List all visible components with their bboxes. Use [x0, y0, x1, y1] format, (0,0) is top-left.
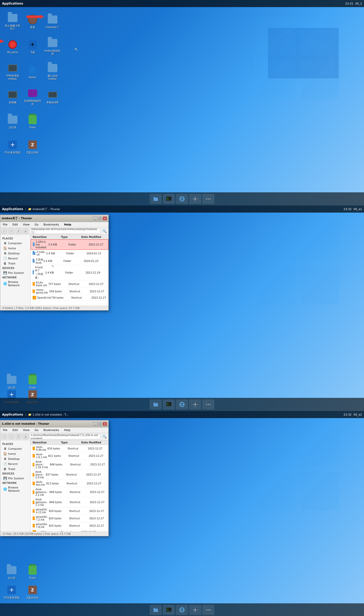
menu-bookmarks-2[interactable]: Bookmarks [42, 428, 60, 432]
up-btn-1[interactable]: ↑ [15, 228, 21, 234]
icon-chahu[interactable]: 茶壶 [23, 10, 42, 33]
search-btn-2[interactable]: 🔍 [101, 434, 107, 439]
icon-z-drive[interactable]: Z Z盘文件夹 [23, 135, 42, 158]
location-bar-1[interactable]: /data/data/com.termux/files/home/Desktop… [30, 228, 100, 234]
up-btn-2[interactable]: ↑ [15, 434, 21, 439]
sidebar-computer-2[interactable]: 🖥 Computer [0, 446, 30, 451]
taskbar-btn-extra-2[interactable] [202, 399, 214, 409]
home-btn-2[interactable]: ⌂ [22, 434, 29, 439]
taskbar-btn-extra-3[interactable] [202, 605, 214, 615]
file-row-wined3d-78[interactable]: ↗wined3d-7.8.lnk 824 bytesShortcut2023-1… [31, 522, 108, 529]
icon-z-drive-3[interactable]: Z Z盘文件夹 [23, 581, 42, 603]
file-row-dxvk-async-103[interactable]: ↗dxvk-async-1.10.3.lnk 848 bytesShortcut… [31, 460, 108, 470]
menu-file-2[interactable]: File [1, 428, 9, 432]
menu-help-2[interactable]: Help [63, 428, 72, 432]
taskbar-btn-files-3[interactable] [150, 605, 162, 615]
menu-view-1[interactable]: View [21, 222, 31, 227]
back-btn-2[interactable]: ‹ [1, 434, 7, 439]
taskbar-btn-web-2[interactable] [176, 399, 188, 409]
icon-feiji[interactable]: ✈ 飞机 [23, 35, 42, 58]
forward-btn-2[interactable]: › [8, 434, 14, 439]
file-row-dxvk-gpl22[interactable]: ↗dxvk-gplasync-2.2.lnk 848 bytesShortcut… [31, 487, 108, 497]
home-btn-1[interactable]: ⌂ [22, 228, 29, 234]
sidebar-computer-label-1: Computer [8, 242, 22, 245]
icon-this-pc[interactable]: 此电脑 [3, 85, 22, 108]
sidebar-trash-1[interactable]: 🗑 Trash [0, 261, 30, 266]
taskbar-btn-files-2[interactable] [150, 399, 162, 409]
taskbar-btn-files-1[interactable] [150, 194, 162, 204]
sidebar-computer-1[interactable]: 🖥 Computer [0, 241, 30, 246]
icon-mobox-sys[interactable]: mobox系统应用 [43, 35, 62, 58]
thunar-maximize-1[interactable]: □ [98, 217, 102, 220]
file-row-dxvk096[interactable]: ↗dxvk-0.96.lnk 816 bytesShortcut2023-12-… [31, 445, 108, 452]
menu-go-1[interactable]: Go [33, 222, 40, 227]
icon-yunxingku[interactable]: 运行库 [3, 110, 22, 133]
icon-yunxingku-3[interactable]: 运行库 [2, 561, 21, 584]
menu-help-1[interactable]: Help [63, 222, 73, 227]
icon-trash-3[interactable]: Trash [23, 561, 42, 584]
taskbar-btn-settings-1[interactable] [189, 194, 201, 204]
icon-home[interactable]: Home [23, 60, 42, 83]
icon-f5-3[interactable]: F5任务管理器 [2, 581, 21, 603]
sidebar-home-2[interactable]: 🏠 home [0, 451, 30, 456]
thunar-close-2[interactable]: × [103, 422, 107, 426]
icon-trash-1[interactable]: Trash [23, 110, 42, 133]
menu-view-2[interactable]: View [21, 428, 31, 432]
icon-startup-b[interactable]: 启动B和鼠标同步 [23, 85, 42, 108]
file-row-klite[interactable]: ↗ K-Lite basic.lnk 757 bytes Shortcut 20… [31, 280, 108, 288]
back-btn-1[interactable]: ‹ [1, 228, 7, 234]
sidebar-home-1[interactable]: 🏠 home [0, 246, 30, 251]
location-bar-2[interactable]: n.termux/files/home/Desktop/mobox补丁/1.d3… [30, 434, 100, 439]
menu-file-1[interactable]: File [1, 222, 9, 227]
thunar-tab-2[interactable]: 📁 mobox补丁 - Thunar [28, 207, 60, 211]
taskbar-btn-extra-1[interactable] [202, 194, 214, 204]
icon-fangzhi[interactable]: 防止视频卡死补丁 [3, 10, 22, 33]
thunar-minimize-2[interactable]: _ [93, 422, 97, 426]
icon-tfm[interactable]: TFM管理器mobox [3, 60, 22, 83]
file-row-wined3d-blank[interactable]: ↗ 829 bytesShortcut2023-12-27 [31, 529, 108, 531]
search-btn-1[interactable]: 🔍 [101, 228, 107, 234]
menu-edit-2[interactable]: Edit [11, 428, 19, 432]
menu-go-2[interactable]: Go [33, 428, 40, 432]
icon-single-b[interactable]: 单独启动B [43, 85, 62, 108]
sidebar-recent-1[interactable]: 🕐 Recent [0, 256, 30, 261]
file-row-wined3d-413[interactable]: ↗wined3d-4.13.lnk 829 bytesShortcut2023-… [31, 507, 108, 515]
sidebar-filesystem-1[interactable]: 💾 File System [0, 270, 30, 275]
sidebar-network-1[interactable]: 🌐 Browse Network [0, 280, 30, 288]
taskbar-btn-settings-2[interactable] [189, 399, 201, 409]
taskbar-btn-web-1[interactable] [176, 194, 188, 204]
sidebar-network-2[interactable]: 🌐 Browse Network [0, 485, 30, 493]
menu-bookmarks-1[interactable]: Bookmarks [42, 222, 60, 227]
thunar-minimize-1[interactable]: _ [93, 217, 97, 220]
taskbar-btn-web-3[interactable] [176, 605, 188, 615]
taskbar-btn-terminal-1[interactable]: $_ [163, 194, 175, 204]
file-row-dxvk-dev[interactable]: ↗dxvk-dev.lnk 813 bytesShortcut2023-12-2… [31, 480, 108, 487]
sidebar-desktop-1[interactable]: 🖥 Desktop [0, 251, 30, 256]
file-row-wined3d-72[interactable]: ↗wined3d-7.2.lnk 824 bytesShortcut2023-1… [31, 515, 108, 522]
menu-edit-1[interactable]: Edit [11, 222, 19, 227]
taskbar-btn-terminal-3[interactable]: $_ [163, 605, 175, 615]
file-row-dxvk-gpl23[interactable]: ↗dxvk-gplasync-2.3.lnk 848 bytesShortcut… [31, 497, 108, 507]
taskbar-btn-settings-3[interactable] [189, 605, 201, 615]
sidebar-filesystem-2[interactable]: 💾 File System [0, 476, 30, 481]
file-row-dxvk-async-20[interactable]: ↗dxvk-async-2.0.lnk 837 bytesShortcut202… [31, 470, 108, 480]
icon-mobox-buding[interactable]: mobox补丁 [43, 10, 62, 33]
sidebar-trash-2[interactable]: 🗑 Trash [0, 466, 30, 471]
file-row-host[interactable]: 4.host补丁（2k提速） 3.4 KiB Folder 2023-12-29 [31, 265, 108, 280]
icon-f5[interactable]: F5任务管理器 [3, 135, 22, 158]
icon-chuangkou[interactable]: 窗口启动mobox [43, 60, 62, 83]
sidebar-recent-2[interactable]: 🕐 Recent [0, 461, 30, 466]
taskbar-btn-terminal-2[interactable]: $_ [163, 399, 175, 409]
file-row-other-dxvk[interactable]: 3.其他dxvk 3.4 KiB Folder 2024-01-23 [31, 257, 108, 265]
file-row-tulip[interactable]: 2.tulip-v4 3.4 KiB Folder 2024-01-13 [31, 250, 108, 257]
thunar-close-1[interactable]: × [103, 217, 107, 220]
icon-stop-wine[interactable]: 停止wine [3, 35, 22, 58]
thunar-maximize-2[interactable]: □ [98, 422, 102, 426]
sidebar-desktop-2[interactable]: 🖥 Desktop [0, 456, 30, 461]
file-row-mono[interactable]: ↗ mono-gecko.lnk 558 bytes Shortcut 2023… [31, 288, 108, 295]
file-row-openal[interactable]: ↗ OpenAl.lnk 736 bytes Shortcut 2023-12-… [31, 295, 108, 300]
thunar-tab-3[interactable]: 📁 1.d3d is not installed - T... [28, 413, 69, 416]
file-row-d3d[interactable]: 1.d3d is not installed 3.4 KiB Folder 20… [31, 239, 108, 250]
file-row-dxvk161[interactable]: ↗dxvk-1.6.1.lnk 821 bytesShortcut2023-12… [31, 452, 108, 460]
forward-btn-1[interactable]: › [8, 228, 14, 234]
